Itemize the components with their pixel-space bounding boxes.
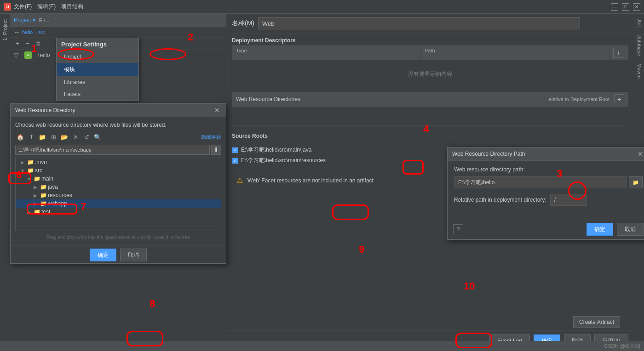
facet-header: 名称(M) <box>226 14 634 34</box>
folder-main-icon: 📁 <box>33 175 40 182</box>
web-resource-add-btn[interactable]: + <box>614 94 624 104</box>
wrd-title: Web Resource Directory <box>15 107 75 113</box>
source-java-path: E:\学习吧\hello\src\main\java <box>241 146 311 154</box>
wrd-title-bar: Web Resource Directory ✕ <box>11 104 226 117</box>
wrdp-footer: ? 确定 取消 <box>448 219 644 239</box>
wrd-path-go-btn[interactable]: ⬇ <box>211 145 221 155</box>
wrdp-help-btn[interactable]: ? <box>453 224 463 234</box>
folder-src-icon: 📁 <box>27 167 34 174</box>
menu-project[interactable]: 项目结构 <box>61 3 83 11</box>
source-resources-path: E:\学习吧\hello\src\main\resources <box>241 157 326 164</box>
breadcrumb-hello[interactable]: hello <box>22 29 33 35</box>
close-btn[interactable]: ✕ <box>633 3 640 11</box>
project-label[interactable]: Project ▾ <box>14 17 35 23</box>
type-col-header: Type <box>232 46 421 60</box>
project-settings-menu: Project Settings Project 模块 Libraries Fa… <box>56 38 139 101</box>
wrd-cancel-btn[interactable]: 取消 <box>120 249 147 261</box>
wrdp-rel-row: Relative path in deployment directory: <box>454 194 643 206</box>
source-roots-title: Source Roots <box>226 129 634 141</box>
wrdp-ok-btn[interactable]: 确定 <box>586 223 613 236</box>
menu-edit[interactable]: 编辑(E) <box>37 3 56 11</box>
wrd-ok-btn[interactable]: 确定 <box>90 249 116 261</box>
folder-java-icon: 📁 <box>40 183 47 191</box>
sidebar-tab-ant[interactable]: Ant <box>635 16 644 31</box>
sidebar-tab-project[interactable]: 1: Project <box>1 16 9 44</box>
warning-icon: ⚠ <box>236 176 243 185</box>
menu-file[interactable]: 文件(F) <box>14 3 32 11</box>
sidebar-tab-database[interactable]: Database <box>635 31 644 60</box>
project-panel-header: Project ▾ E:\... <box>10 14 226 27</box>
title-bar: IJ 文件(F) 编辑(E) 项目结构 — □ ✕ <box>0 0 644 14</box>
ps-item-modules[interactable]: 模块 <box>57 63 138 76</box>
wrdp-path-input[interactable] <box>454 176 627 188</box>
breadcrumb-src[interactable]: src <box>38 29 45 35</box>
folder-resources-icon: 📁 <box>40 192 47 199</box>
tree-item-src[interactable]: ▼ 📁 src <box>16 166 221 175</box>
ps-item-facets[interactable]: Facets <box>57 88 138 100</box>
wrd-tb-delete[interactable]: ✕ <box>70 132 80 142</box>
wrdp-rel-input[interactable] <box>550 194 587 206</box>
facet-name-input[interactable] <box>258 17 580 29</box>
facet-name-label: 名称(M) <box>232 19 254 28</box>
wrd-desc: Choose web resource directory where web … <box>15 122 221 128</box>
ps-header-title: Project Settings <box>57 38 138 51</box>
wrd-tb-refresh[interactable]: ↺ <box>81 132 92 142</box>
source-java-checkbox[interactable]: ✓ <box>232 147 238 153</box>
wrd-close-btn[interactable]: ✕ <box>213 106 221 114</box>
project-path: E:\... <box>39 17 50 23</box>
minimize-btn[interactable]: — <box>611 3 618 11</box>
tree-item-test[interactable]: ▶ 📁 test <box>16 208 221 216</box>
wrdp-path-label: Web resource directory path: <box>454 166 643 173</box>
wrdp-body: Web resource directory path: 📁 Relative … <box>448 161 644 219</box>
tree-item-mvn[interactable]: ▶ 📁 .mvn <box>16 158 221 166</box>
project-panel: Project ▾ E:\... ← hello › src + − ⧉ ▽ h… <box>10 14 226 351</box>
wrd-hide-path-btn[interactable]: 隐藏路径 <box>201 134 221 141</box>
wrdp-cancel-btn[interactable]: 取消 <box>617 223 644 236</box>
tree-node-hello[interactable]: hello <box>38 52 50 58</box>
wrdp-title-bar: Web Resource Directory Path ✕ <box>448 147 644 161</box>
toolbar-remove-btn[interactable]: − <box>23 39 32 48</box>
wrd-tb-up[interactable]: ⬆ <box>26 132 36 142</box>
wrd-tb-home[interactable]: 🏠 <box>15 132 25 142</box>
main-layout: 1: Project Project ▾ E:\... ← hello › sr… <box>0 14 644 351</box>
left-sidebar: 1: Project <box>0 14 10 351</box>
wrdp-browse-btn[interactable]: 📁 <box>629 176 643 188</box>
web-resource-header: Web Resource Directories elative to Depl… <box>232 92 628 107</box>
toolbar-copy-btn[interactable]: ⧉ <box>33 39 42 48</box>
folder-test-icon: 📁 <box>33 208 40 215</box>
status-bar: CSDN @抗久阳 <box>0 341 644 351</box>
menu-bar: 文件(F) 编辑(E) 项目结构 <box>14 3 83 11</box>
wrd-footer-btns: 确定 取消 <box>11 245 226 263</box>
warning-text: 'Web' Facet resources are not included i… <box>247 177 374 184</box>
wrd-path-input[interactable] <box>15 145 210 155</box>
ps-item-libraries[interactable]: Libraries <box>57 76 138 88</box>
ps-item-project[interactable]: Project <box>57 51 138 63</box>
toolbar-add-btn[interactable]: + <box>13 39 22 48</box>
path-col-header: Path <box>421 46 610 60</box>
web-resource-empty <box>232 107 628 125</box>
create-artifact-btn[interactable]: Create Artifact <box>573 316 620 328</box>
wrd-tb-add[interactable]: 📂 <box>59 132 69 142</box>
wrdp-rel-label: Relative path in deployment directory: <box>454 197 546 203</box>
folder-mvn-icon: 📁 <box>27 159 34 166</box>
wrd-tb-search[interactable]: 🔍 <box>92 132 103 142</box>
tree-item-webapp[interactable]: ▶ 📁 webapp <box>16 199 221 208</box>
sidebar-tab-maven[interactable]: Maven <box>635 60 644 82</box>
maximize-btn[interactable]: □ <box>622 3 629 11</box>
wrdp-close-btn[interactable]: ✕ <box>636 150 644 158</box>
rel-label: elative to Deployment Root <box>549 96 610 102</box>
back-btn[interactable]: ← <box>14 28 20 36</box>
tree-item-resources[interactable]: ▶ 📁 resources <box>16 191 221 199</box>
wrd-dialog: Web Resource Directory ✕ Choose web reso… <box>10 103 226 264</box>
wrd-tb-new-folder[interactable]: 📁 <box>37 132 47 142</box>
wrd-tree[interactable]: ▶ 📁 .mvn ▼ 📁 src ▼ 📁 main <box>15 158 221 231</box>
tree-item-main[interactable]: ▼ 📁 main <box>16 175 221 183</box>
deployment-empty: 没有要显示的内容 <box>232 60 628 88</box>
deployment-descriptors-title: Deployment Descriptors <box>226 34 634 45</box>
tree-item-java[interactable]: ▶ 📁 java <box>16 183 221 191</box>
drag-hint: Drag and drop a file into the space abov… <box>15 234 221 241</box>
wrd-tb-expand[interactable]: ⊞ <box>48 132 58 142</box>
source-resources-checkbox[interactable]: ✓ <box>232 158 238 164</box>
right-main: 名称(M) Deployment Descriptors Type Path +… <box>226 14 634 351</box>
deployment-add-btn[interactable]: + <box>613 48 623 58</box>
